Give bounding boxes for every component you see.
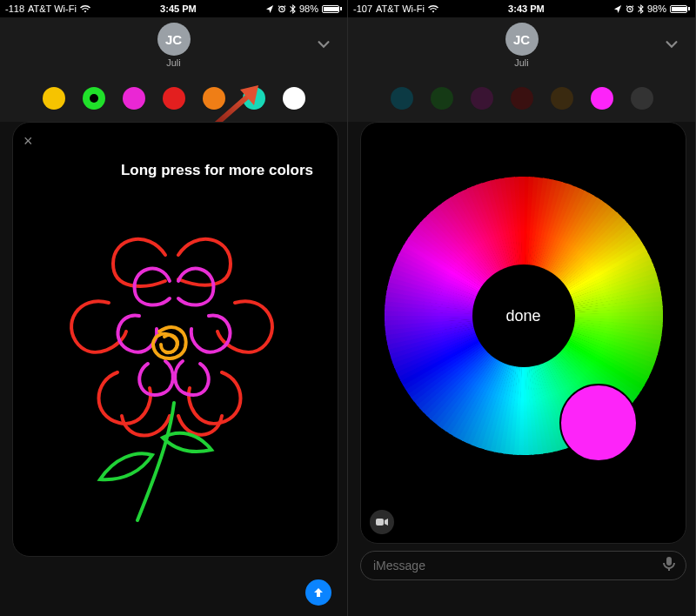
microphone-icon [661,556,677,572]
color-swatch[interactable] [551,87,573,110]
color-picker-panel: done [360,122,686,544]
color-swatch-row-dimmed [348,75,695,122]
svg-rect-3 [376,519,384,526]
screen-digital-touch: -118 AT&T Wi-Fi 3:45 PM 98% JC Juli × Lo… [0,0,348,616]
signal-strength-db: -118 [5,3,24,14]
battery-icon [670,5,690,13]
chat-header: JC Juli [348,17,695,75]
color-swatch-row [0,75,347,122]
color-swatch[interactable] [511,87,533,110]
annotation-caption: Long press for more colors [121,162,313,179]
contact-name: Juli [0,57,347,68]
alarm-icon [278,4,286,13]
location-icon [266,5,274,13]
message-input[interactable]: iMessage [360,551,686,580]
status-bar: -118 AT&T Wi-Fi 3:45 PM 98% [0,0,347,17]
color-swatch[interactable] [43,87,65,110]
avatar[interactable]: JC [157,23,191,56]
selected-color-indicator[interactable] [559,384,638,462]
battery-percent: 98% [299,3,318,14]
microphone-button[interactable] [661,556,677,575]
avatar-initials: JC [165,32,182,47]
color-swatch[interactable] [471,87,493,110]
color-swatch[interactable] [631,87,653,110]
done-button[interactable]: done [472,264,575,367]
drawing-content [48,220,291,533]
color-swatch[interactable] [123,87,145,110]
arrow-up-icon [312,586,325,599]
wifi-icon [428,5,438,13]
signal-strength-db: -107 [353,3,372,14]
color-swatch[interactable] [431,87,453,110]
chat-header: JC Juli [0,17,347,75]
battery-icon [322,5,342,13]
close-icon[interactable]: × [23,133,33,149]
color-swatch[interactable] [391,87,413,110]
wifi-icon [80,5,90,13]
color-swatch[interactable] [283,87,305,110]
chevron-down-icon[interactable] [316,37,331,56]
avatar-initials: JC [513,32,530,47]
bluetooth-icon [290,4,296,14]
avatar[interactable]: JC [505,23,539,56]
send-button[interactable] [305,579,331,606]
clock: 3:43 PM [438,3,614,14]
battery-percent: 98% [647,3,666,14]
bluetooth-icon [638,4,644,14]
drawing-canvas[interactable]: × Long press for more colors [12,122,338,557]
carrier: AT&T Wi-Fi [376,3,425,14]
status-bar: -107 AT&T Wi-Fi 3:43 PM 98% [348,0,695,17]
carrier: AT&T Wi-Fi [28,3,77,14]
clock: 3:45 PM [90,3,266,14]
message-input-row: iMessage [348,544,695,580]
contact-name: Juli [348,57,695,68]
color-swatch[interactable] [163,87,185,110]
message-placeholder: iMessage [373,559,425,572]
alarm-icon [626,4,634,13]
chevron-down-icon[interactable] [664,37,679,56]
screen-color-picker: -107 AT&T Wi-Fi 3:43 PM 98% JC Juli [348,0,696,616]
video-camera-button[interactable] [370,510,394,534]
color-swatch[interactable] [591,87,613,110]
color-swatch[interactable] [83,87,105,110]
location-icon [614,5,622,13]
video-camera-icon [376,518,388,526]
done-label: done [505,307,540,325]
